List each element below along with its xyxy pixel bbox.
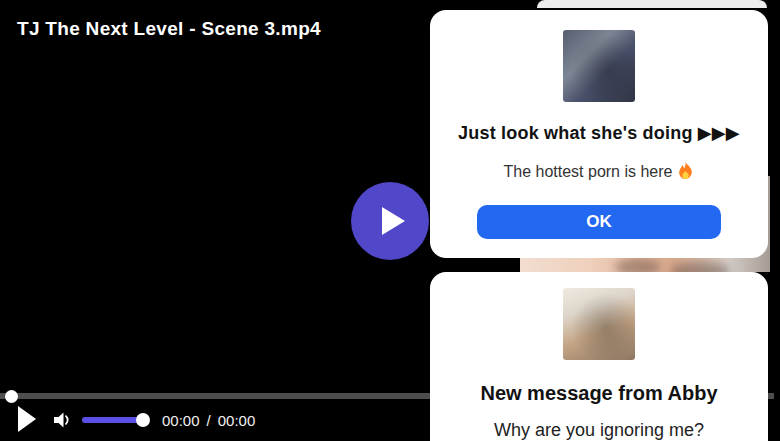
photo-detail — [670, 262, 730, 272]
popup-subtext: The hottest porn is here — [430, 161, 768, 181]
photo-detail — [615, 258, 661, 272]
ad-popup-bottom[interactable]: New message from Abby Why are you ignori… — [430, 272, 768, 441]
control-bar: 00:00/00:00 — [0, 403, 430, 441]
ok-button[interactable]: OK — [477, 205, 721, 239]
big-play-button[interactable] — [351, 182, 429, 260]
thumbnail-shade — [563, 30, 635, 102]
background-card-edge — [537, 0, 767, 8]
popup-subtext-label: The hottest porn is here — [504, 163, 673, 180]
current-time: 00:00 — [162, 412, 200, 429]
total-time: 00:00 — [218, 412, 256, 429]
popup-thumbnail[interactable] — [563, 30, 635, 102]
volume-knob[interactable] — [136, 413, 150, 427]
popup-subtext: Why are you ignoring me? — [430, 419, 768, 441]
play-button[interactable] — [18, 406, 36, 432]
play-icon — [382, 207, 405, 235]
time-display: 00:00/00:00 — [162, 412, 255, 429]
popup-heading: New message from Abby — [430, 381, 768, 405]
popup-thumbnail[interactable] — [563, 288, 635, 360]
volume-icon[interactable] — [52, 410, 72, 430]
fire-icon — [677, 161, 694, 180]
volume-slider[interactable] — [82, 417, 143, 423]
thumbnail-shade — [563, 288, 635, 360]
video-title: TJ The Next Level - Scene 3.mp4 — [17, 18, 321, 40]
seek-bar-knob[interactable] — [5, 390, 18, 403]
time-separator: / — [207, 412, 211, 429]
ad-popup-top[interactable]: Just look what she's doing ▶▶▶ The hotte… — [430, 10, 768, 258]
popup-heading: Just look what she's doing ▶▶▶ — [430, 123, 768, 143]
